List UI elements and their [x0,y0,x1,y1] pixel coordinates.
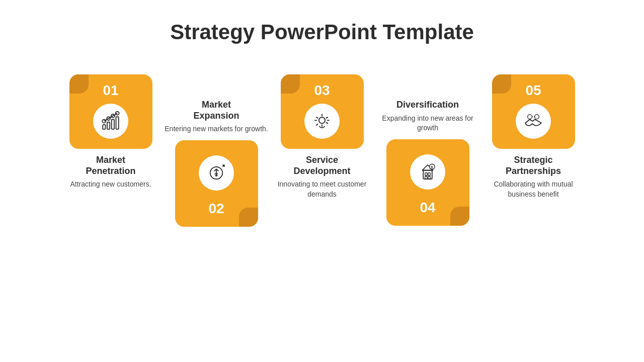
card-1-text: MarketPenetration Attracting new custome… [70,155,151,190]
card-1-icon-circle [93,104,128,139]
card-5-box: 05 [492,74,575,149]
card-5-desc: Collaborating with mutual business benef… [480,179,586,199]
market-expansion-icon [206,162,227,184]
card-3-text: ServiceDevelopment Innovating to meet cu… [269,155,375,199]
card-3-desc: Innovating to meet customer demands [269,179,375,199]
fold-corner-1 [69,74,89,94]
card-4-text: Diversification Expanding into new areas… [375,100,480,133]
fold-corner-5 [492,74,511,94]
card-2-box: 02 [175,140,258,227]
diversification-icon: $ [417,161,438,183]
card-2-desc: Entering new markets for growth. [165,124,268,134]
fold-corner-3 [281,74,300,94]
card-4-title: Diversification [375,100,480,111]
svg-rect-13 [423,170,432,179]
card-4: Diversification Expanding into new areas… [375,100,480,226]
svg-rect-15 [428,173,430,175]
card-4-desc: Expanding into new areas for growth [375,114,480,133]
svg-rect-14 [425,173,427,175]
card-3-title: ServiceDevelopment [269,155,375,176]
card-3: 03 ServiceDevelopment Innovating to meet… [269,74,375,199]
market-penetration-icon [100,111,121,132]
card-3-icon-circle [304,104,340,139]
card-1-desc: Attracting new customers. [70,179,151,190]
svg-point-12 [319,117,325,123]
svg-point-21 [528,115,532,119]
svg-rect-1 [107,122,110,129]
card-2: MarketExpansion Entering new markets for… [164,100,269,227]
card-1-box: 01 [69,74,152,149]
card-1: 01 MarketP [58,74,164,190]
page-title: Strategy PowerPoint Template [170,20,474,44]
card-1-number: 01 [103,82,118,99]
service-development-icon [311,111,333,132]
card-4-box: 04 $ [386,139,469,226]
strategic-partnerships-icon [523,111,544,132]
card-4-number: 04 [420,200,435,216]
svg-rect-3 [116,117,119,129]
card-3-number: 03 [314,82,330,99]
card-4-icon-circle: $ [410,154,445,190]
card-3-box: 03 [281,74,364,149]
fold-corner-2 [239,208,258,227]
svg-rect-0 [103,125,105,129]
card-5-text: StrategicPartnerships Collaborating with… [480,155,586,199]
svg-point-22 [535,115,539,119]
fold-corner-4 [450,207,469,226]
card-5-number: 05 [525,82,541,99]
slide: Strategy PowerPoint Template 01 [0,0,644,362]
cards-container: 01 MarketP [0,74,644,227]
card-5: 05 StrategicPartnerships Collaborating w… [480,74,586,199]
card-1-title: MarketPenetration [70,155,151,176]
card-2-title: MarketExpansion [165,100,268,121]
svg-rect-2 [112,120,114,129]
card-2-number: 02 [208,201,224,217]
card-2-text: MarketExpansion Entering new markets for… [165,100,268,134]
card-5-title: StrategicPartnerships [480,155,586,176]
card-5-icon-circle [516,104,551,139]
card-2-icon-circle [199,155,234,191]
svg-text:$: $ [431,165,433,169]
